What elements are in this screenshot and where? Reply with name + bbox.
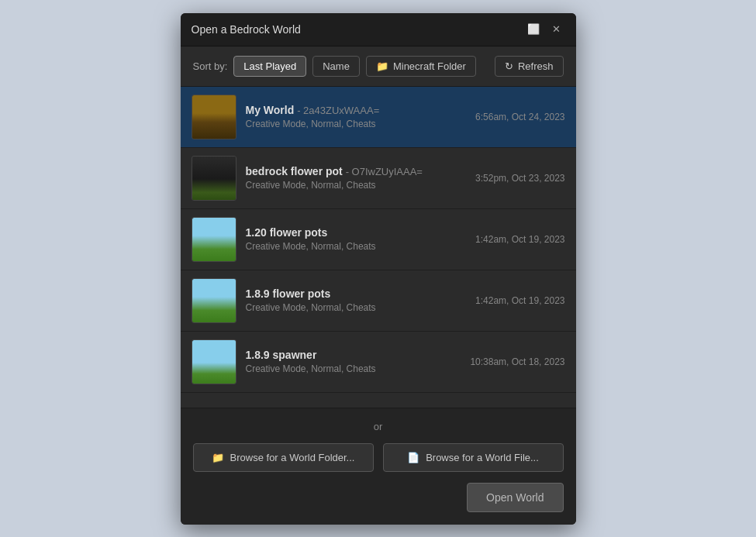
world-name: My World - 2a43ZUxWAAA= [246, 104, 467, 116]
open-world-row: Open World [193, 483, 564, 512]
browse-buttons: 📁 Browse for a World Folder... 📄 Browse … [193, 443, 564, 472]
dialog-title: Open a Bedrock World [192, 23, 301, 36]
world-list-item[interactable]: My World - 2a43ZUxWAAA=Creative Mode, No… [181, 87, 576, 148]
minecraft-folder-button[interactable]: 📁 Minecraft Folder [366, 56, 476, 77]
world-name: 1.8.9 flower pots [246, 287, 467, 300]
browse-world-folder-button[interactable]: 📁 Browse for a World Folder... [193, 443, 374, 472]
close-button[interactable]: ✕ [548, 21, 565, 38]
folder-icon: 📁 [376, 60, 388, 72]
world-mode: Creative Mode, Normal, Cheats [246, 119, 467, 129]
world-list-item[interactable]: 1.20 flower potsCreative Mode, Normal, C… [181, 209, 576, 270]
sort-name-button[interactable]: Name [312, 56, 360, 77]
sort-bar: Sort by: Last Played Name 📁 Minecraft Fo… [181, 46, 576, 87]
open-bedrock-world-dialog: Open a Bedrock World ⬜ ✕ Sort by: Last P… [181, 13, 576, 525]
world-info: bedrock flower pot - O7IwZUyIAAA=Creativ… [246, 165, 467, 191]
world-time: 1:42am, Oct 19, 2023 [475, 234, 564, 245]
world-name: 1.20 flower pots [246, 226, 467, 239]
world-info: 1.8.9 flower potsCreative Mode, Normal, … [246, 287, 467, 313]
world-mode: Creative Mode, Normal, Cheats [246, 302, 467, 313]
world-mode: Creative Mode, Normal, Cheats [246, 180, 467, 191]
world-mode: Creative Mode, Normal, Cheats [246, 241, 467, 252]
world-list: My World - 2a43ZUxWAAA=Creative Mode, No… [181, 87, 576, 408]
refresh-button[interactable]: ↻ Refresh [495, 56, 564, 77]
world-list-item[interactable]: 1.8.9 flower potsCreative Mode, Normal, … [181, 270, 576, 332]
refresh-icon: ↻ [505, 60, 513, 72]
sort-last-played-button[interactable]: Last Played [233, 56, 306, 77]
world-info: My World - 2a43ZUxWAAA=Creative Mode, No… [246, 104, 467, 129]
world-name: bedrock flower pot - O7IwZUyIAAA= [246, 165, 467, 177]
sort-by-label: Sort by: [193, 60, 228, 72]
world-name: 1.8.9 spawner [246, 349, 461, 361]
or-divider: or [193, 421, 564, 432]
world-info: 1.8.9 spawnerCreative Mode, Normal, Chea… [246, 349, 461, 374]
world-time: 1:42am, Oct 19, 2023 [475, 295, 564, 306]
world-time: 6:56am, Oct 24, 2023 [475, 112, 564, 122]
world-time: 3:52pm, Oct 23, 2023 [475, 173, 564, 184]
title-bar-buttons: ⬜ ✕ [525, 21, 565, 38]
maximize-button[interactable]: ⬜ [525, 21, 542, 38]
world-list-item[interactable]: 1.8.9 spawnerCreative Mode, Normal, Chea… [181, 332, 576, 393]
browse-world-file-button[interactable]: 📄 Browse for a World File... [383, 443, 564, 472]
title-bar: Open a Bedrock World ⬜ ✕ [181, 13, 576, 46]
world-time: 10:38am, Oct 18, 2023 [470, 356, 564, 367]
bottom-section: or 📁 Browse for a World Folder... 📄 Brow… [181, 408, 576, 525]
file-browse-icon: 📄 [407, 452, 419, 463]
folder-browse-icon: 📁 [212, 452, 224, 463]
world-info: 1.20 flower potsCreative Mode, Normal, C… [246, 226, 467, 252]
open-world-button[interactable]: Open World [467, 483, 563, 512]
world-mode: Creative Mode, Normal, Cheats [246, 363, 461, 374]
world-list-item[interactable]: bedrock flower pot - O7IwZUyIAAA=Creativ… [181, 148, 576, 209]
